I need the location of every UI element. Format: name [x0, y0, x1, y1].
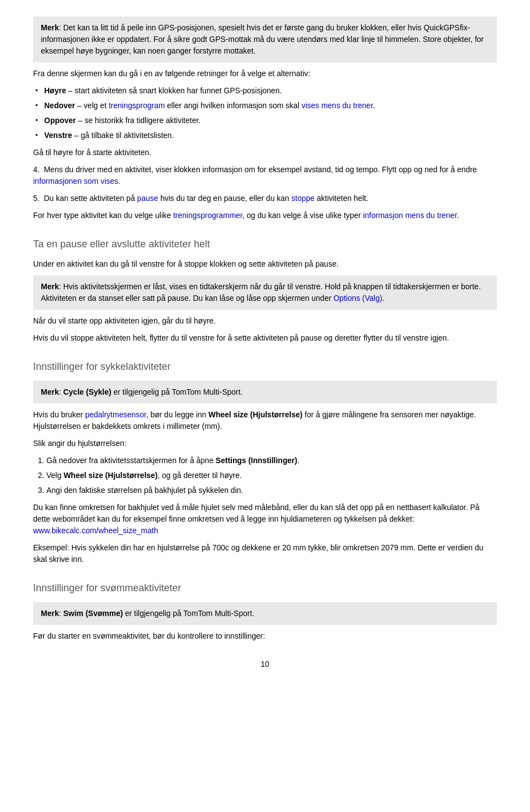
- section3-paragraph1: Før du starter en svømmeaktivitet, bør d…: [33, 630, 497, 642]
- section2-paragraph4: Eksempel: Hvis sykkelen din har en hjuls…: [33, 542, 497, 565]
- training-programs-paragraph: For hver type aktivitet kan du velge uli…: [33, 210, 497, 221]
- section1-paragraph2: Når du vil starte opp aktiviteten igjen,…: [33, 315, 497, 327]
- venstre-label: Venstre: [44, 131, 72, 140]
- section1-paragraph1: Under en aktivitet kan du gå til venstre…: [33, 258, 497, 270]
- informasjon-mens-trener-link[interactable]: informasjon mens du trener: [363, 211, 457, 220]
- section2-note-text: Merk: Cycle (Sykle) er tilgjengelig på T…: [41, 386, 489, 398]
- treningsprogrammer-link[interactable]: treningsprogrammer: [173, 211, 242, 220]
- hjul-step-3: Angi den faktiske størrelsen på bakhjule…: [46, 485, 497, 496]
- section2-paragraph2: Slik angir du hjulstørrelsen:: [33, 438, 497, 449]
- pedalrytmesensor-link[interactable]: pedalrytmesensor: [85, 410, 146, 419]
- list-item-oppover: Oppover – se historikk fra tidligere akt…: [33, 115, 497, 126]
- section2-paragraph1: Hvis du bruker pedalrytmesensor, bør du …: [33, 409, 497, 432]
- oppover-label: Oppover: [44, 116, 76, 125]
- section2-note-box: Merk: Cycle (Sykle) er tilgjengelig på T…: [33, 381, 497, 404]
- cycle-sykle-bold: Cycle (Sykle): [63, 388, 111, 396]
- list-item-venstre: Venstre – gå tilbake til aktivitetsliste…: [33, 130, 497, 141]
- bikecalc-link[interactable]: www.bikecalc.com/wheel_size_math: [33, 526, 158, 535]
- options-valg-link[interactable]: Options (Valg): [333, 294, 382, 302]
- intro-note-text: Merk: Det kan ta litt tid å peile inn GP…: [41, 22, 489, 57]
- numbered-item-4: 4. Mens du driver med en aktivitet, vise…: [33, 164, 497, 187]
- hjul-step-1: Gå nedover fra aktivitetsstartskjermen f…: [46, 455, 497, 466]
- hjulstorrelse-list: Gå nedover fra aktivitetsstartskjermen f…: [33, 455, 497, 496]
- section2-note-bold: Merk: [41, 388, 59, 396]
- intro-note-box: Merk: Det kan ta litt tid å peile inn GP…: [33, 17, 497, 62]
- wheel-size-bold: Wheel size (Hjulstørrelse): [209, 410, 303, 419]
- treningsprogram-link[interactable]: treningsprogram: [109, 101, 165, 110]
- nedover-label: Nedover: [44, 101, 75, 110]
- start-activity-paragraph: Gå til høyre for å starte aktiviteten.: [33, 147, 497, 158]
- intro-paragraph: Fra denne skjermen kan du gå i en av føl…: [33, 68, 497, 79]
- section1-note-box: Merk: Hvis aktivitetsskjermen er låst, v…: [33, 275, 497, 310]
- vises-mens-link[interactable]: vises mens du trener: [301, 101, 373, 110]
- section3-heading: Innstillinger for svømmeaktiviteter: [33, 581, 497, 596]
- directions-list: Høyre – start aktiviteten så snart klokk…: [33, 85, 497, 141]
- section2-paragraph3: Du kan finne omkretsen for bakhjulet ved…: [33, 502, 497, 537]
- section3-note-text: Merk: Swim (Svømme) er tilgjengelig på T…: [41, 608, 489, 619]
- hjul-step-2: Velg Wheel size (Hjulstørrelse), og gå d…: [46, 470, 497, 481]
- page-number: 10: [33, 659, 497, 670]
- informasjon-som-vises-link[interactable]: informasjonen som vises: [33, 177, 118, 185]
- section1-heading: Ta en pause eller avslutte aktiviteter h…: [33, 237, 497, 252]
- swim-svomme-bold: Swim (Svømme): [63, 609, 123, 618]
- section2-heading: Innstillinger for sykkelaktiviteter: [33, 359, 497, 374]
- pause-link[interactable]: pause: [137, 194, 158, 203]
- list-item-nedover: Nedover – velg et treningsprogram eller …: [33, 100, 497, 112]
- stoppe-link[interactable]: stoppe: [292, 194, 315, 203]
- hoyre-label: Høyre: [44, 86, 66, 95]
- section1-note-text: Merk: Hvis aktivitetsskjermen er låst, v…: [41, 281, 489, 304]
- page-number-text: 10: [261, 660, 269, 668]
- section3-note-bold: Merk: [41, 609, 59, 618]
- section3-note-box: Merk: Swim (Svømme) er tilgjengelig på T…: [33, 602, 497, 625]
- section1-note-bold: Merk: [41, 282, 59, 291]
- settings-bold: Settings (Innstillinger): [216, 456, 298, 465]
- section1-paragraph3: Hvis du vil stoppe aktiviteten helt, fly…: [33, 332, 497, 344]
- intro-note-bold: Merk: [41, 23, 59, 32]
- list-item-hoyre: Høyre – start aktiviteten så snart klokk…: [33, 85, 497, 97]
- numbered-item-5: 5. Du kan sette aktiviteten på pause hvi…: [33, 193, 497, 204]
- wheel-size-bold2: Wheel size (Hjulstørrelse): [63, 471, 157, 480]
- page-content: Merk: Det kan ta litt tid å peile inn GP…: [33, 17, 497, 670]
